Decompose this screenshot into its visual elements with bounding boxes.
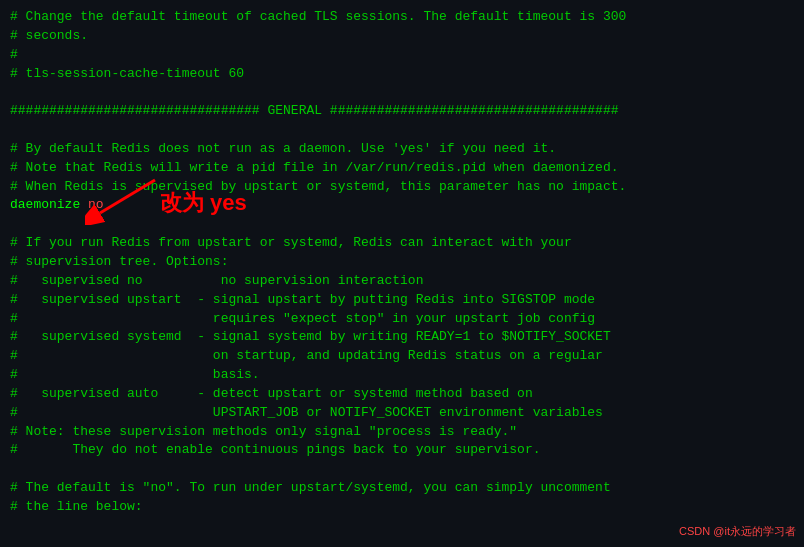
line-divider: ################################ GENERAL… — [10, 102, 794, 121]
line-5 — [10, 83, 794, 102]
line-1: # Change the default timeout of cached T… — [10, 8, 794, 27]
line-24: # They do not enable continuous pings ba… — [10, 441, 794, 460]
line-4: # tls-session-cache-timeout 60 — [10, 65, 794, 84]
line-14: # supervision tree. Options: — [10, 253, 794, 272]
svg-line-1 — [100, 180, 155, 213]
line-20: # basis. — [10, 366, 794, 385]
line-21: # supervised auto - detect upstart or sy… — [10, 385, 794, 404]
terminal: # Change the default timeout of cached T… — [0, 0, 804, 547]
line-18: # supervised systemd - signal systemd by… — [10, 328, 794, 347]
line-blank3 — [10, 460, 794, 479]
arrow-annotation — [85, 175, 165, 229]
line-3: # — [10, 46, 794, 65]
line-26: # The default is "no". To run under upst… — [10, 479, 794, 498]
line-17: # requires "expect stop" in your upstart… — [10, 310, 794, 329]
line-2: # seconds. — [10, 27, 794, 46]
line-15: # supervised no no supervision interacti… — [10, 272, 794, 291]
line-16: # supervised upstart - signal upstart by… — [10, 291, 794, 310]
line-22: # UPSTART_JOB or NOTIFY_SOCKET environme… — [10, 404, 794, 423]
watermark: CSDN @it永远的学习者 — [679, 524, 796, 539]
annotation-text: 改为 yes — [160, 188, 247, 218]
line-8: # By default Redis does not run as a dae… — [10, 140, 794, 159]
line-13: # If you run Redis from upstart or syste… — [10, 234, 794, 253]
line-blank1 — [10, 121, 794, 140]
line-19: # on startup, and updating Redis status … — [10, 347, 794, 366]
line-27: # the line below: — [10, 498, 794, 517]
arrow-icon — [85, 175, 165, 225]
line-23: # Note: these supervision methods only s… — [10, 423, 794, 442]
